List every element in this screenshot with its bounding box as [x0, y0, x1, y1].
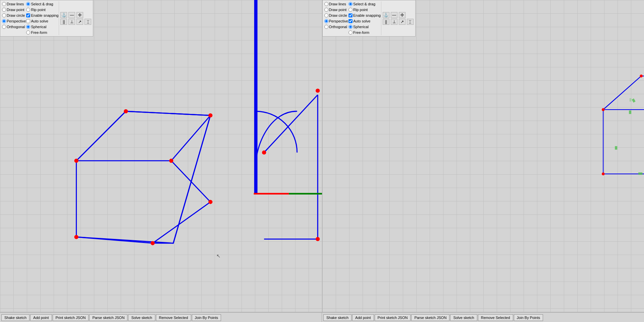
- svg-line-1: [76, 111, 126, 161]
- parallel-icon[interactable]: ||: [60, 19, 67, 25]
- auto-solve-left[interactable]: Auto solve: [26, 18, 58, 24]
- remove-selected-right[interactable]: Remove Selected: [478, 314, 513, 321]
- svg-line-9: [153, 202, 210, 243]
- svg-line-3: [171, 115, 211, 160]
- svg-point-39: [602, 173, 605, 176]
- right-bottom-bar: Shake sketch Add point Print sketch JSON…: [322, 312, 644, 322]
- select-drag-option-right[interactable]: Select & drag: [348, 1, 381, 7]
- svg-point-20: [208, 200, 212, 204]
- perspective-option-right[interactable]: Perspective: [324, 18, 348, 24]
- orthogonal-option-left[interactable]: Orthogonal: [2, 24, 26, 29]
- right-icon-row2: || ⊥ ↗ ⌶: [383, 19, 414, 25]
- spherical-option-right[interactable]: Spherical: [348, 24, 381, 29]
- svg-rect-45: [615, 146, 617, 149]
- print-json-right[interactable]: Print sketch JSON: [375, 314, 411, 321]
- shake-sketch-left[interactable]: Shake sketch: [1, 314, 30, 321]
- join-by-points-left[interactable]: Join By Points: [192, 314, 221, 321]
- spherical-option-left[interactable]: Spherical: [26, 24, 58, 29]
- draw-lines-option-left[interactable]: Draw lines: [2, 1, 26, 7]
- parallel-icon-right[interactable]: ||: [383, 19, 389, 25]
- orthogonal-option-right[interactable]: Orthogonal: [324, 24, 348, 29]
- dash-icon-right[interactable]: —: [391, 12, 397, 18]
- equal-icon[interactable]: ⌶: [85, 19, 91, 25]
- draw-circle-option-right[interactable]: Draw circle: [324, 13, 348, 18]
- right-toolbar-col2: Select & drag Rip point Enable snapping …: [348, 1, 381, 35]
- svg-point-16: [208, 113, 212, 117]
- select-drag-option-left[interactable]: Select & drag: [26, 1, 58, 7]
- enable-snapping-right[interactable]: Enable snapping: [348, 13, 381, 18]
- angle-icon[interactable]: ↗: [76, 19, 83, 25]
- add-point-left[interactable]: Add point: [30, 314, 52, 321]
- svg-text:||: ||: [629, 98, 631, 102]
- left-toolbar-col1: Draw lines Draw point Draw circle Perspe…: [2, 1, 26, 35]
- print-json-left[interactable]: Print sketch JSON: [53, 314, 89, 321]
- left-icon-row1: ⚓ — ✣: [60, 12, 91, 18]
- shake-sketch-right[interactable]: Shake sketch: [323, 314, 352, 321]
- auto-solve-right[interactable]: Auto solve: [348, 18, 381, 24]
- remove-selected-left[interactable]: Remove Selected: [156, 314, 191, 321]
- svg-point-23: [316, 237, 320, 241]
- right-panel: Draw lines Draw point Draw circle Perspe…: [322, 0, 644, 312]
- svg-text:↖: ↖: [216, 253, 221, 259]
- svg-point-19: [151, 241, 155, 245]
- perp-icon-right[interactable]: ⊥: [391, 19, 397, 25]
- solve-sketch-left[interactable]: Solve sketch: [128, 314, 155, 321]
- perspective-option-left[interactable]: Perspective: [2, 18, 26, 24]
- equal-icon-right[interactable]: ⌶: [407, 19, 414, 25]
- right-toolbar-col1: Draw lines Draw point Draw circle Perspe…: [324, 1, 348, 35]
- app-container: Draw lines Draw point Draw circle Perspe…: [0, 0, 644, 322]
- svg-point-18: [74, 235, 78, 239]
- enable-snapping-left[interactable]: Enable snapping: [26, 13, 58, 18]
- anchor-icon[interactable]: ⚓: [60, 12, 67, 18]
- draw-circle-option-left[interactable]: Draw circle: [2, 13, 26, 18]
- svg-point-21: [316, 88, 320, 92]
- left-panel: Draw lines Draw point Draw circle Perspe…: [0, 0, 322, 312]
- cross-icon[interactable]: ✣: [76, 12, 83, 18]
- anchor-icon-right[interactable]: ⚓: [383, 12, 389, 18]
- add-point-right[interactable]: Add point: [352, 314, 374, 321]
- left-bottom-bar: Shake sketch Add point Print sketch JSON…: [0, 312, 322, 322]
- svg-point-22: [262, 150, 266, 154]
- right-snap-icons: ⚓ — ✣ || ⊥ ↗ ⌶: [381, 1, 414, 35]
- left-icon-row2: || ⊥ ↗ ⌶: [60, 19, 91, 25]
- dash-icon[interactable]: —: [68, 12, 75, 18]
- left-sketch-svg[interactable]: ↖: [0, 0, 322, 312]
- draw-point-option-right[interactable]: Draw point: [324, 7, 348, 12]
- freeform-option-left[interactable]: Free-form: [26, 30, 58, 35]
- parse-json-left[interactable]: Parse sketch JSON: [89, 314, 127, 321]
- right-toolbar: Draw lines Draw point Draw circle Perspe…: [322, 0, 416, 37]
- right-icon-row1: ⚓ — ✣: [383, 12, 414, 18]
- freeform-option-right[interactable]: Free-form: [348, 30, 381, 35]
- svg-line-4: [76, 237, 153, 243]
- panels-row: Draw lines Draw point Draw circle Perspe…: [0, 0, 644, 312]
- left-toolbar-col2: Select & drag Rip point Enable snapping …: [26, 1, 58, 35]
- svg-rect-48: [632, 99, 635, 103]
- svg-point-14: [74, 159, 78, 163]
- svg-rect-27: [603, 110, 644, 174]
- parse-json-right[interactable]: Parse sketch JSON: [411, 314, 449, 321]
- right-sketch-svg[interactable]: || || |: [322, 0, 644, 263]
- angle-icon-right[interactable]: ↗: [399, 19, 406, 25]
- perp-icon[interactable]: ⊥: [68, 19, 75, 25]
- left-snap-icons: ⚓ — ✣ || ⊥ ↗ ⌶: [59, 1, 91, 35]
- svg-point-17: [169, 159, 173, 163]
- svg-line-2: [126, 111, 210, 115]
- solve-sketch-right[interactable]: Solve sketch: [450, 314, 477, 321]
- join-by-points-right[interactable]: Join By Points: [514, 314, 543, 321]
- left-toolbar: Draw lines Draw point Draw circle Perspe…: [0, 0, 93, 37]
- rip-point-option-right[interactable]: Rip point: [348, 7, 381, 12]
- svg-point-15: [124, 109, 128, 113]
- svg-line-8: [171, 161, 211, 202]
- svg-rect-43: [629, 111, 631, 114]
- svg-point-36: [640, 74, 643, 77]
- rip-point-option-left[interactable]: Rip point: [26, 7, 58, 12]
- svg-rect-47: [638, 173, 642, 175]
- draw-point-option-left[interactable]: Draw point: [2, 7, 26, 12]
- svg-line-34: [603, 76, 641, 110]
- cross-icon-right[interactable]: ✣: [399, 12, 406, 18]
- svg-point-35: [602, 108, 605, 111]
- draw-lines-option-right[interactable]: Draw lines: [324, 1, 348, 7]
